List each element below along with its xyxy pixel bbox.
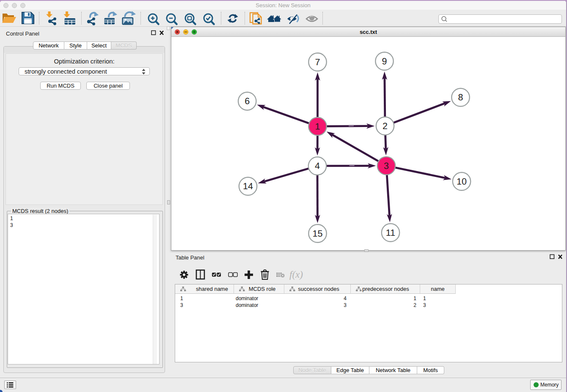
svg-text:8: 8 [458, 92, 463, 102]
svg-text:10: 10 [457, 177, 467, 187]
svg-text:2: 2 [383, 121, 388, 131]
svg-text:14: 14 [243, 181, 253, 191]
svg-text:4: 4 [315, 161, 320, 171]
svg-text:7: 7 [315, 57, 320, 67]
svg-text:3: 3 [384, 161, 389, 171]
svg-text:6: 6 [245, 96, 250, 106]
svg-text:9: 9 [382, 56, 387, 66]
svg-text:1: 1 [315, 121, 320, 132]
svg-text:f(x): f(x) [289, 269, 303, 280]
svg-text:11: 11 [386, 228, 395, 238]
svg-text:15: 15 [313, 229, 323, 239]
